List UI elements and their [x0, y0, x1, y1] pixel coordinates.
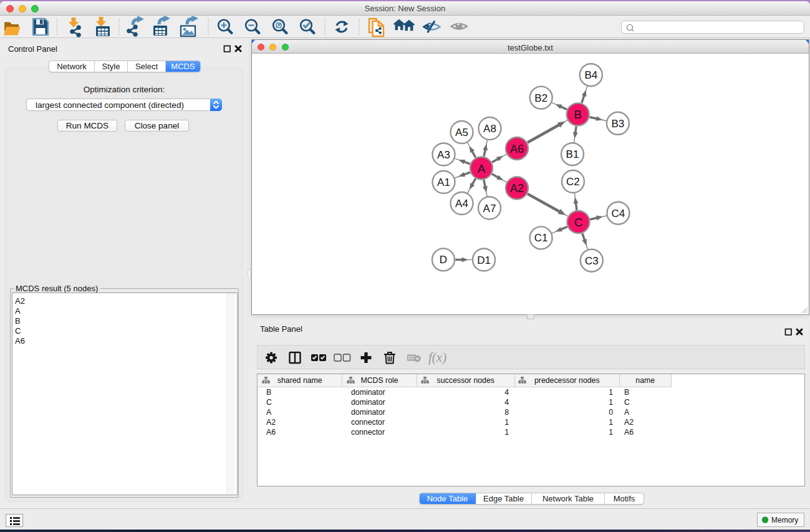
svg-text:B2: B2 — [534, 92, 547, 104]
svg-text:A2: A2 — [510, 182, 524, 195]
svg-text:B: B — [574, 108, 582, 121]
svg-text:D1: D1 — [477, 254, 491, 266]
svg-text:A8: A8 — [483, 123, 496, 135]
svg-text:C3: C3 — [585, 255, 599, 267]
svg-text:A: A — [478, 162, 486, 175]
svg-text:B1: B1 — [566, 148, 579, 160]
svg-text:C2: C2 — [566, 176, 580, 188]
svg-text:f(x): f(x) — [428, 350, 446, 365]
svg-text:C4: C4 — [612, 208, 625, 220]
svg-text:A4: A4 — [455, 198, 468, 210]
svg-text:C: C — [574, 216, 583, 229]
svg-text:A1: A1 — [437, 177, 450, 188]
svg-text:A7: A7 — [483, 203, 496, 215]
svg-text:A3: A3 — [437, 149, 450, 161]
svg-text:C1: C1 — [534, 232, 548, 244]
svg-text:D: D — [440, 254, 447, 266]
svg-text:A6: A6 — [510, 143, 524, 155]
svg-text:B3: B3 — [612, 118, 625, 130]
svg-text:B4: B4 — [584, 69, 597, 81]
svg-text:A5: A5 — [455, 127, 468, 138]
